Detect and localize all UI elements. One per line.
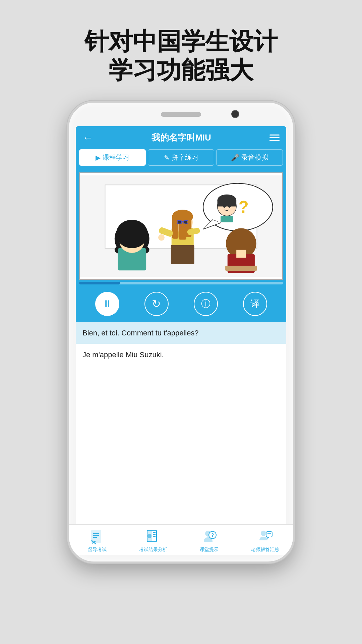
svg-rect-16 — [172, 217, 179, 239]
svg-point-26 — [158, 234, 165, 241]
app-navbar: ← 我的名字叫MIU — [76, 126, 286, 149]
header-title: 针对中国学生设计 学习功能强大 — [0, 0, 362, 85]
repeat-icon: ↻ — [152, 298, 161, 310]
svg-rect-10 — [221, 216, 233, 222]
tab-spelling-practice[interactable]: ✎ 拼字练习 — [148, 149, 215, 166]
svg-rect-7 — [218, 200, 237, 207]
subtitle-line-1: Bien, et toi. Comment tu t'appelles? — [76, 322, 286, 344]
header-line1: 针对中国学生设计 — [0, 27, 362, 56]
exam-label: 督导考试 — [88, 547, 107, 553]
pause-button[interactable]: ⏸ — [95, 292, 119, 316]
svg-rect-13 — [171, 245, 194, 264]
video-area: ? — [76, 170, 286, 280]
tab-label: 课程学习 — [103, 153, 129, 162]
menu-line — [269, 140, 280, 141]
repeat-button[interactable]: ↻ — [144, 292, 169, 316]
svg-rect-47 — [153, 536, 156, 537]
teacher-label: 老师解答汇总 — [251, 547, 279, 553]
navbar-title: 我的名字叫MIU — [152, 132, 211, 144]
tab-recording[interactable]: 🎤 录音模拟 — [216, 149, 283, 166]
svg-rect-36 — [92, 530, 101, 542]
video-frame: ? — [79, 172, 283, 280]
cartoon-scene: ? — [80, 173, 282, 279]
subtitle-area: Bien, et toi. Comment tu t'appelles? Je … — [76, 322, 286, 555]
svg-rect-52 — [266, 532, 272, 537]
translate-icon: 译 — [250, 298, 260, 310]
bottom-nav-analysis[interactable]: 考试结果分析 — [125, 528, 181, 553]
bottom-nav-tips[interactable]: ? 课堂提示 — [181, 528, 237, 553]
tips-icon: ? — [200, 528, 218, 545]
svg-rect-34 — [236, 250, 246, 258]
svg-point-9 — [228, 204, 231, 208]
menu-line — [269, 135, 280, 136]
tips-label: 课堂提示 — [200, 547, 219, 553]
svg-point-44 — [147, 534, 152, 538]
phone-camera — [231, 110, 239, 118]
bottom-navigation: 督导考试 考试结果分析 — [69, 524, 293, 555]
phone-body: ← 我的名字叫MIU ▶ 课程学习 ✎ 拼字练习 — [67, 101, 295, 564]
translate-button[interactable]: 译 — [243, 292, 267, 316]
svg-rect-45 — [153, 532, 156, 533]
play-icon: ▶ — [96, 154, 101, 162]
analysis-icon — [144, 528, 162, 545]
mic-icon: 🎤 — [231, 154, 239, 162]
svg-point-20 — [184, 220, 187, 224]
bottom-nav-teacher[interactable]: 老师解答汇总 — [237, 528, 293, 553]
progress-bar-fill — [79, 282, 120, 284]
svg-point-31 — [116, 220, 148, 248]
info-icon: ⓘ — [201, 298, 210, 310]
analysis-label: 考试结果分析 — [139, 547, 167, 553]
pencil-icon: ✎ — [164, 154, 170, 162]
bottom-nav-exam[interactable]: 督导考试 — [69, 528, 125, 553]
info-button[interactable]: ⓘ — [194, 292, 218, 316]
progress-bar-bg — [79, 282, 283, 284]
progress-bar-container — [76, 280, 286, 287]
svg-text:?: ? — [211, 532, 214, 538]
menu-button[interactable] — [269, 135, 280, 141]
svg-point-19 — [178, 220, 181, 224]
svg-text:?: ? — [239, 198, 249, 216]
menu-line — [269, 137, 280, 138]
phone-mockup: ← 我的名字叫MIU ▶ 课程学习 ✎ 拼字练习 — [67, 101, 295, 564]
svg-rect-35 — [225, 266, 257, 271]
controls-area: ⏸ ↻ ⓘ 译 — [76, 287, 286, 322]
svg-point-8 — [223, 204, 226, 208]
tab-label: 拼字练习 — [172, 153, 198, 162]
svg-point-51 — [261, 531, 266, 536]
subtitle-line-2: Je m'appelle Miu Suzuki. — [76, 344, 286, 366]
svg-rect-46 — [153, 534, 156, 535]
header-line2: 学习功能强大 — [0, 56, 362, 85]
tab-label: 录音模拟 — [241, 153, 268, 162]
back-button[interactable]: ← — [82, 131, 93, 144]
phone-speaker — [161, 112, 201, 117]
app-screen: ← 我的名字叫MIU ▶ 课程学习 ✎ 拼字练习 — [76, 126, 286, 555]
exam-icon — [88, 528, 106, 545]
teacher-icon — [256, 528, 274, 545]
pause-icon: ⏸ — [102, 298, 112, 310]
tab-course-study[interactable]: ▶ 课程学习 — [79, 149, 146, 166]
tab-bar: ▶ 课程学习 ✎ 拼字练习 🎤 录音模拟 — [76, 149, 286, 170]
